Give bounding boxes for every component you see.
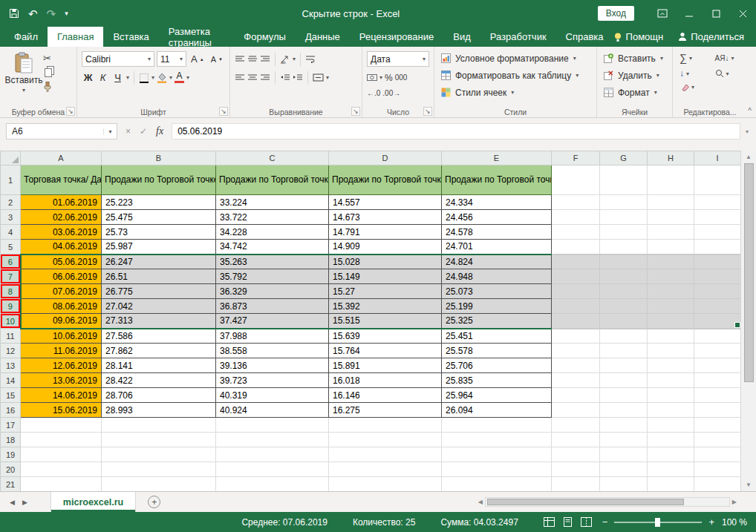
cell-F20[interactable] — [552, 462, 600, 477]
row-header-19[interactable]: 19 — [1, 447, 21, 462]
cell-D5[interactable]: 14.909 — [329, 240, 442, 254]
cell-C11[interactable]: 37.988 — [216, 329, 329, 344]
tab-Рецензирование[interactable]: Рецензирование — [350, 27, 443, 47]
cell-C4[interactable]: 34.228 — [216, 225, 329, 240]
cell-G21[interactable] — [600, 477, 648, 492]
cell-A9[interactable]: 08.06.2019 — [21, 299, 102, 314]
cell-E2[interactable]: 24.334 — [442, 195, 552, 210]
cell-A2[interactable]: 01.06.2019 — [21, 195, 102, 210]
cell-B5[interactable]: 25.987 — [102, 240, 216, 254]
merge-center-icon[interactable] — [313, 73, 324, 82]
cell-C10[interactable]: 37.427 — [216, 314, 329, 329]
cell-A8[interactable]: 07.06.2019 — [21, 284, 102, 299]
tab-Главная[interactable]: Главная — [48, 27, 103, 47]
insert-function-button[interactable]: fx — [156, 125, 163, 137]
cell-G8[interactable] — [600, 284, 648, 299]
cell-F19[interactable] — [552, 447, 600, 462]
cell-F14[interactable] — [552, 373, 600, 388]
cell-G10[interactable] — [600, 314, 648, 329]
cell-H8[interactable] — [648, 284, 694, 299]
cell-H5[interactable] — [648, 240, 694, 254]
paste-button[interactable]: Вставить ▾ — [4, 50, 43, 93]
cell-E16[interactable]: 26.094 — [442, 403, 552, 418]
cell-C1[interactable]: Продажи по Торговой точке 2, тыс. руб. — [216, 165, 329, 195]
clear-button[interactable]: ▾ — [677, 82, 704, 92]
cell-C16[interactable]: 40.924 — [216, 403, 329, 418]
bold-button[interactable]: Ж — [82, 72, 94, 83]
cell-D6[interactable]: 15.028 — [329, 254, 442, 269]
cell-F15[interactable] — [552, 388, 600, 403]
align-center-icon[interactable] — [247, 73, 258, 82]
cell-G2[interactable] — [600, 195, 648, 210]
cell-A16[interactable]: 15.06.2019 — [21, 403, 102, 418]
ribbon-display-options-icon[interactable] — [649, 0, 676, 27]
cell-D13[interactable]: 15.891 — [329, 358, 442, 373]
cell-H3[interactable] — [648, 210, 694, 225]
cell-C21[interactable] — [216, 477, 329, 492]
scroll-up-icon[interactable]: ▲ — [746, 151, 752, 163]
cell-G12[interactable] — [600, 344, 648, 358]
cell-I20[interactable] — [694, 462, 741, 477]
cell-I8[interactable] — [694, 284, 741, 299]
tab-Вид[interactable]: Вид — [443, 27, 480, 47]
caret-down-icon[interactable]: ▾ — [126, 74, 129, 81]
cell-D2[interactable]: 14.557 — [329, 195, 442, 210]
zoom-level[interactable]: 100 % — [722, 517, 756, 528]
cell-E14[interactable]: 25.835 — [442, 373, 552, 388]
row-header-5[interactable]: 5 — [1, 240, 21, 254]
cell-C7[interactable]: 35.792 — [216, 269, 329, 284]
cell-H19[interactable] — [648, 447, 694, 462]
minimize-button[interactable] — [676, 0, 703, 27]
row-header-2[interactable]: 2 — [1, 195, 21, 210]
cell-I19[interactable] — [694, 447, 741, 462]
cell-B6[interactable]: 26.247 — [102, 254, 216, 269]
cell-F9[interactable] — [552, 299, 600, 314]
font-name-select[interactable]: Calibri ▾ — [82, 51, 154, 67]
cell-E12[interactable]: 25.578 — [442, 344, 552, 358]
find-select-button[interactable]: ▾ — [713, 68, 743, 79]
zoom-slider-thumb[interactable] — [655, 518, 660, 527]
underline-button[interactable]: Ч — [111, 72, 124, 83]
column-header-F[interactable]: F — [552, 151, 600, 165]
name-box[interactable]: A6 ▾ — [6, 123, 117, 139]
cell-A17[interactable] — [21, 418, 102, 433]
cell-I17[interactable] — [694, 418, 741, 433]
cell-B7[interactable]: 26.51 — [102, 269, 216, 284]
cell-B12[interactable]: 27.862 — [102, 344, 216, 358]
align-top-icon[interactable] — [235, 55, 245, 63]
cell-A1[interactable]: Торговая точка/ Дата — [21, 165, 102, 195]
cell-B8[interactable]: 26.775 — [102, 284, 216, 299]
cell-styles-button[interactable]: Стили ячеек ▾ — [439, 84, 593, 101]
cell-I5[interactable] — [694, 240, 741, 254]
cell-B3[interactable]: 25.475 — [102, 210, 216, 225]
cell-D12[interactable]: 15.764 — [329, 344, 442, 358]
cell-G17[interactable] — [600, 418, 648, 433]
cell-C6[interactable]: 35.263 — [216, 254, 329, 269]
cell-C2[interactable]: 33.224 — [216, 195, 329, 210]
cell-I11[interactable] — [694, 329, 741, 344]
cell-H18[interactable] — [648, 433, 694, 447]
tab-Справка[interactable]: Справка — [556, 27, 613, 47]
cell-H14[interactable] — [648, 373, 694, 388]
format-cells-button[interactable]: Формат ▾ — [602, 84, 668, 101]
row-header-11[interactable]: 11 — [1, 329, 21, 344]
cell-C9[interactable]: 36.873 — [216, 299, 329, 314]
cell-D8[interactable]: 15.27 — [329, 284, 442, 299]
cell-G4[interactable] — [600, 225, 648, 240]
cell-H21[interactable] — [648, 477, 694, 492]
cell-H9[interactable] — [648, 299, 694, 314]
cell-E13[interactable]: 25.706 — [442, 358, 552, 373]
cell-E5[interactable]: 24.701 — [442, 240, 552, 254]
cell-H10[interactable] — [648, 314, 694, 329]
align-middle-icon[interactable] — [247, 55, 258, 63]
cell-F2[interactable] — [552, 195, 600, 210]
alignment-dialog-launcher[interactable]: ↘ — [351, 107, 360, 116]
row-header-14[interactable]: 14 — [1, 373, 21, 388]
cell-A18[interactable] — [21, 433, 102, 447]
cell-D11[interactable]: 15.639 — [329, 329, 442, 344]
tab-Разработчик[interactable]: Разработчик — [480, 27, 556, 47]
cell-I3[interactable] — [694, 210, 741, 225]
row-header-7[interactable]: 7 — [1, 269, 21, 284]
cell-G11[interactable] — [600, 329, 648, 344]
cell-G15[interactable] — [600, 388, 648, 403]
